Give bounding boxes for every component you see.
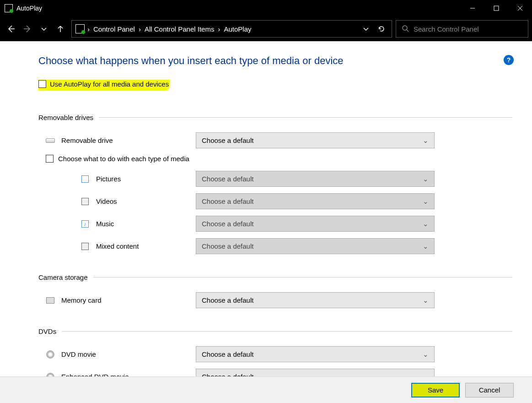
videos-icon	[81, 197, 90, 206]
drive-icon	[46, 136, 55, 145]
page-title: Choose what happens when you insert each…	[38, 55, 521, 67]
forward-button[interactable]	[20, 22, 35, 36]
section-camera-storage: Camera storage Memory card Choose a defa…	[38, 273, 521, 308]
option-videos: Videos Choose a default ⌄	[38, 193, 521, 209]
save-button[interactable]: Save	[411, 383, 460, 398]
chevron-right-icon: ›	[139, 25, 141, 33]
svg-point-4	[403, 26, 407, 30]
close-button[interactable]	[508, 0, 532, 16]
option-pictures: Pictures Choose a default ⌄	[38, 171, 521, 187]
help-icon[interactable]: ?	[504, 55, 514, 65]
dvd-movie-select[interactable]: Choose a default ⌄	[196, 346, 435, 362]
chevron-down-icon: ⌄	[423, 197, 429, 206]
cancel-button[interactable]: Cancel	[465, 383, 514, 398]
music-select[interactable]: Choose a default ⌄	[196, 216, 435, 232]
chevron-down-icon: ⌄	[423, 175, 429, 183]
use-autoplay-label: Use AutoPlay for all media and devices	[50, 80, 169, 88]
titlebar: AutoPlay	[0, 0, 532, 16]
breadcrumb-control-panel[interactable]: Control Panel	[92, 23, 136, 35]
choose-per-type-row[interactable]: Choose what to do with each type of medi…	[46, 155, 521, 163]
choose-per-type-checkbox[interactable]	[46, 155, 54, 163]
option-enhanced-dvd: Enhanced DVD movie Choose a default ⌄	[38, 369, 521, 376]
back-button[interactable]	[4, 22, 18, 36]
option-label: DVD movie	[61, 350, 189, 358]
memory-card-select[interactable]: Choose a default ⌄	[196, 292, 435, 308]
search-box[interactable]: Search Control Panel	[396, 20, 528, 38]
section-removable-drives: Removable drives Removable drive Choose …	[38, 114, 521, 254]
section-title: DVDs	[38, 327, 56, 335]
maximize-button[interactable]	[484, 0, 508, 16]
divider	[93, 277, 512, 278]
chevron-right-icon: ›	[218, 25, 220, 33]
chevron-down-icon: ⌄	[423, 242, 429, 251]
divider	[99, 117, 512, 118]
option-music: ♪ Music Choose a default ⌄	[38, 216, 521, 232]
section-title: Removable drives	[38, 114, 93, 121]
use-autoplay-checkbox[interactable]	[38, 80, 46, 88]
option-label: Videos	[96, 197, 189, 205]
option-memory-card: Memory card Choose a default ⌄	[38, 292, 521, 308]
footer: Save Cancel	[0, 376, 532, 403]
search-icon	[402, 25, 409, 33]
pictures-select[interactable]: Choose a default ⌄	[196, 171, 435, 187]
svg-line-5	[407, 30, 408, 32]
address-dropdown[interactable]	[360, 26, 372, 32]
option-label: Pictures	[96, 175, 189, 183]
control-panel-icon	[75, 24, 85, 33]
memory-card-icon	[46, 296, 55, 305]
chevron-down-icon: ⌄	[423, 220, 429, 228]
content-area: ? Choose what happens when you insert ea…	[0, 41, 532, 376]
breadcrumb-all-items[interactable]: All Control Panel Items	[144, 23, 215, 35]
window-title: AutoPlay	[16, 5, 42, 12]
app-icon	[5, 4, 13, 12]
pictures-icon	[81, 174, 90, 184]
refresh-button[interactable]	[375, 25, 388, 33]
section-dvds: DVDs DVD movie Choose a default ⌄ Enhanc…	[38, 327, 521, 376]
search-placeholder: Search Control Panel	[414, 25, 479, 33]
svg-rect-1	[494, 6, 499, 11]
removable-drive-select[interactable]: Choose a default ⌄	[196, 132, 435, 148]
breadcrumb-autoplay[interactable]: AutoPlay	[223, 23, 252, 35]
recent-dropdown[interactable]	[37, 22, 51, 36]
option-dvd-movie: DVD movie Choose a default ⌄	[38, 346, 521, 362]
choose-per-type-label: Choose what to do with each type of medi…	[58, 155, 189, 163]
music-icon: ♪	[81, 219, 90, 229]
videos-select[interactable]: Choose a default ⌄	[196, 193, 435, 209]
address-bar[interactable]: › Control Panel › All Control Panel Item…	[71, 20, 392, 38]
option-label: Memory card	[61, 296, 189, 304]
mixed-icon	[81, 242, 90, 251]
enhanced-dvd-select[interactable]: Choose a default ⌄	[196, 369, 435, 376]
option-mixed: Mixed content Choose a default ⌄	[38, 238, 521, 254]
option-label: Enhanced DVD movie	[61, 373, 189, 376]
section-title: Camera storage	[38, 273, 88, 281]
chevron-down-icon: ⌄	[423, 296, 429, 305]
chevron-right-icon: ›	[87, 25, 90, 33]
chevron-down-icon: ⌄	[423, 350, 429, 359]
up-button[interactable]	[53, 22, 68, 36]
divider	[62, 331, 512, 332]
option-label: Music	[96, 220, 189, 228]
dvd-icon	[46, 350, 55, 359]
use-autoplay-row[interactable]: Use AutoPlay for all media and devices	[38, 80, 170, 91]
mixed-select[interactable]: Choose a default ⌄	[196, 238, 435, 254]
option-removable-drive: Removable drive Choose a default ⌄	[38, 132, 521, 148]
chevron-down-icon: ⌄	[423, 136, 429, 145]
option-label: Removable drive	[61, 136, 189, 144]
navbar: › Control Panel › All Control Panel Item…	[0, 16, 532, 41]
dvd-icon	[46, 372, 55, 377]
minimize-button[interactable]	[461, 0, 484, 16]
option-label: Mixed content	[96, 242, 189, 250]
chevron-down-icon: ⌄	[423, 373, 429, 377]
